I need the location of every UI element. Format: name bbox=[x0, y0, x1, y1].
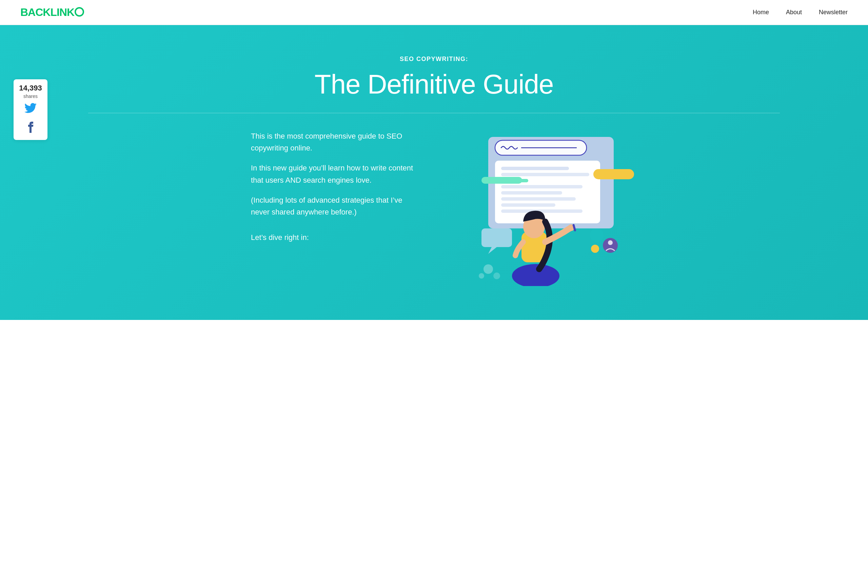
svg-rect-8 bbox=[501, 179, 528, 182]
facebook-share-button[interactable] bbox=[27, 119, 34, 135]
share-label: shares bbox=[24, 94, 38, 99]
svg-marker-19 bbox=[488, 247, 497, 254]
main-nav: Home About Newsletter bbox=[753, 9, 848, 16]
svg-rect-5 bbox=[593, 169, 634, 179]
hero-content-row: This is the most comprehensive guide to … bbox=[230, 130, 638, 293]
svg-rect-6 bbox=[501, 167, 569, 170]
nav-home[interactable]: Home bbox=[753, 9, 769, 16]
hero-subtitle: SEO COPYWRITING: bbox=[27, 56, 841, 63]
hero-section: 14,393 shares SEO COPYWRITING: The Defin… bbox=[0, 25, 868, 320]
logo-o-icon bbox=[75, 7, 84, 16]
nav-newsletter[interactable]: Newsletter bbox=[819, 9, 848, 16]
logo-text: BACKLINK bbox=[20, 6, 74, 19]
illustration-svg bbox=[461, 130, 638, 286]
nav-about[interactable]: About bbox=[786, 9, 802, 16]
svg-point-26 bbox=[493, 273, 500, 279]
svg-rect-12 bbox=[501, 203, 555, 207]
svg-point-14 bbox=[590, 228, 604, 242]
hero-cta: Let’s dive right in: bbox=[251, 231, 421, 243]
svg-rect-9 bbox=[501, 185, 583, 189]
logo[interactable]: BACKLINK bbox=[20, 6, 84, 19]
svg-rect-18 bbox=[481, 228, 512, 247]
hero-paragraph-3: (Including lots of advanced strategies t… bbox=[251, 194, 421, 218]
svg-point-25 bbox=[484, 264, 493, 274]
hero-paragraph-1: This is the most comprehensive guide to … bbox=[251, 130, 421, 154]
svg-point-17 bbox=[591, 245, 599, 253]
svg-rect-7 bbox=[501, 173, 589, 176]
svg-rect-11 bbox=[501, 197, 576, 200]
svg-point-16 bbox=[608, 240, 613, 245]
svg-rect-10 bbox=[501, 191, 562, 195]
svg-point-27 bbox=[479, 273, 484, 279]
share-widget: 14,393 shares bbox=[13, 79, 47, 140]
hero-text-block: This is the most comprehensive guide to … bbox=[251, 130, 421, 252]
svg-point-20 bbox=[512, 264, 559, 286]
share-count: 14,393 bbox=[19, 84, 42, 92]
svg-point-15 bbox=[603, 238, 618, 253]
hero-paragraph-2: In this new guide you’ll learn how to wr… bbox=[251, 162, 421, 186]
hero-title-area: SEO COPYWRITING: The Definitive Guide bbox=[27, 46, 841, 113]
site-header: BACKLINK Home About Newsletter bbox=[0, 0, 868, 25]
hero-divider bbox=[88, 113, 780, 113]
twitter-share-button[interactable] bbox=[24, 103, 37, 115]
hero-illustration bbox=[461, 130, 638, 293]
hero-title: The Definitive Guide bbox=[27, 69, 841, 99]
